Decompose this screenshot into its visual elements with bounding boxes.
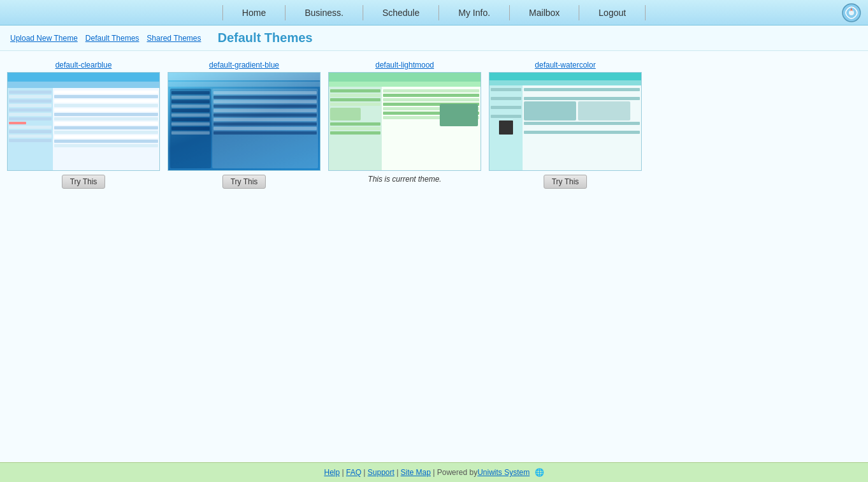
top-navigation: Home Business. Schedule My Info. Mailbox… <box>0 0 868 26</box>
footer: Help | FAQ | Support | Site Map | Powere… <box>0 462 868 482</box>
watercolor-name-link[interactable]: default-watercolor <box>535 61 595 69</box>
footer-globe-icon: 🌐 <box>535 468 544 477</box>
footer-help-link[interactable]: Help <box>324 468 340 477</box>
clearblue-preview[interactable] <box>7 72 160 171</box>
current-theme-label: This is current theme. <box>368 175 441 184</box>
theme-clearblue: default-clearblue <box>6 61 161 189</box>
theme-gradient-blue: default-gradient-blue <box>167 61 321 189</box>
nav-schedule[interactable]: Schedule <box>363 5 439 20</box>
watercolor-try-button[interactable]: Try This <box>544 175 588 189</box>
clearblue-name-link[interactable]: default-clearblue <box>55 61 112 69</box>
lightmood-preview[interactable] <box>328 72 481 171</box>
watercolor-preview[interactable] <box>489 72 642 171</box>
footer-support-link[interactable]: Support <box>368 468 394 477</box>
clearblue-try-button[interactable]: Try This <box>62 175 106 189</box>
theme-lightmood: default-lightmood <box>328 61 482 189</box>
footer-system-link[interactable]: Uniwits System <box>477 468 530 477</box>
footer-sitemap-link[interactable]: Site Map <box>401 468 431 477</box>
shared-themes-link[interactable]: Shared Themes <box>143 33 205 44</box>
nav-links: Home Business. Schedule My Info. Mailbox… <box>222 5 646 20</box>
gradient-blue-try-button[interactable]: Try This <box>222 175 266 189</box>
svg-point-1 <box>849 10 854 15</box>
lightmood-name-link[interactable]: default-lightmood <box>375 61 434 69</box>
footer-powered-by: | Powered by <box>433 468 477 477</box>
upload-new-theme-link[interactable]: Upload New Theme <box>6 33 82 44</box>
main-content: default-clearblue <box>0 51 868 462</box>
site-logo <box>841 3 862 23</box>
sub-navigation: Upload New Theme Default Themes Shared T… <box>0 26 868 51</box>
default-themes-link[interactable]: Default Themes <box>82 33 143 44</box>
themes-grid: default-clearblue <box>3 57 865 192</box>
footer-faq-link[interactable]: FAQ <box>346 468 361 477</box>
nav-mailbox[interactable]: Mailbox <box>510 5 579 20</box>
theme-watercolor: default-watercolor <box>488 61 642 189</box>
nav-home[interactable]: Home <box>222 5 286 20</box>
nav-myinfo[interactable]: My Info. <box>439 5 510 20</box>
gradient-blue-preview[interactable] <box>168 72 321 171</box>
nav-business[interactable]: Business. <box>286 5 363 20</box>
nav-logout[interactable]: Logout <box>579 5 646 20</box>
page-title: Default Themes <box>218 31 313 45</box>
gradient-blue-name-link[interactable]: default-gradient-blue <box>209 61 279 69</box>
